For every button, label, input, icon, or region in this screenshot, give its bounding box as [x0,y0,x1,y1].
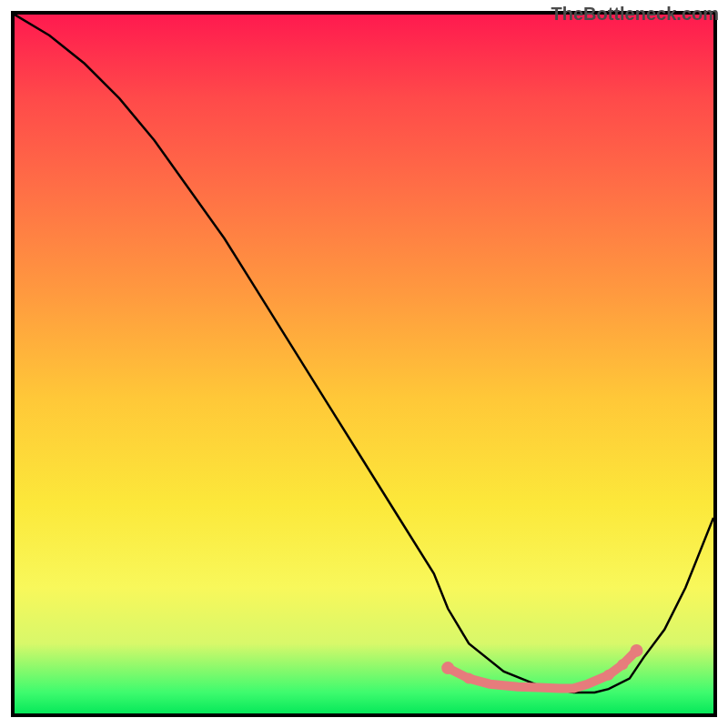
highlight-dot [441,662,454,674]
highlight-dot [617,659,628,670]
highlight-line [448,651,636,689]
highlight-dot [631,644,643,657]
highlight-dot [603,670,614,681]
chart-curve [15,15,713,693]
chart-plot-area [11,11,717,717]
highlight-dot [463,673,474,684]
watermark-text: TheBottleneck.com [551,4,719,25]
chart-highlight-band [441,644,642,689]
chart-svg [15,15,713,713]
